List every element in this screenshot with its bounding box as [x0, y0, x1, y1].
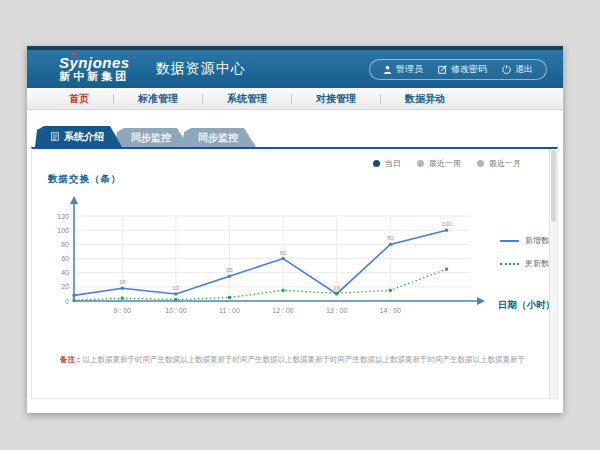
svg-text:35: 35 [226, 267, 233, 273]
x-axis-title: 日期（小时） [498, 299, 555, 312]
range-option-1[interactable]: 最近一周 [417, 158, 461, 169]
change-password-label: 修改密码 [451, 63, 487, 76]
footnote-label: 备注： [60, 355, 83, 364]
svg-text:10: 10 [173, 285, 180, 291]
svg-text:10: 10 [333, 285, 340, 291]
user-menu-label: 管理员 [396, 63, 423, 76]
svg-text:40: 40 [61, 269, 69, 276]
brand-logo: Synjones 新中新集团 [59, 55, 130, 82]
user-actions-group: 管理员 修改密码 退出 [369, 59, 547, 80]
svg-text:100: 100 [442, 221, 453, 227]
radio-icon [373, 160, 380, 167]
nav-item-3[interactable]: 对接管理 [316, 92, 356, 106]
svg-text:10 : 00: 10 : 00 [165, 307, 187, 314]
chart-panel: 当日最近一周最近一月 数据交换（条） 0204060801001209 : 00… [31, 147, 558, 399]
app-header: Synjones 新中新集团 数据资源中心 管理员 修改密码 退出 [27, 50, 563, 88]
nav-item-4[interactable]: 数据异动 [405, 92, 445, 106]
desktop-background: Synjones 新中新集团 数据资源中心 管理员 修改密码 退出 [0, 0, 600, 450]
main-nav: 首页标准管理系统管理对接管理数据异动 [27, 88, 563, 110]
radio-icon [477, 160, 484, 167]
nav-divider [291, 94, 292, 104]
tab-bar: 系统介绍同步监控同步监控 [35, 126, 256, 147]
legend-line-sample [500, 240, 519, 242]
nav-divider [202, 94, 203, 104]
panel-scrollbar[interactable] [549, 149, 557, 398]
content-area: 系统介绍同步监控同步监控 当日最近一周最近一月 数据交换（条） 02040608… [27, 110, 563, 413]
footnote-text: 以上数据更新于时间产生数据以上数据更新于时间产生数据以上数据更新于时间产生数据以… [83, 355, 526, 364]
app-window: Synjones 新中新集团 数据资源中心 管理员 修改密码 退出 [27, 46, 563, 413]
document-icon [51, 132, 59, 141]
svg-text:12 : 00: 12 : 00 [272, 307, 294, 314]
svg-text:20: 20 [61, 283, 69, 290]
legend-line-sample [500, 263, 519, 265]
y-axis-title: 数据交换（条） [48, 173, 122, 186]
tab-label: 同步监控 [198, 131, 238, 145]
nav-item-2[interactable]: 系统管理 [227, 92, 267, 106]
range-option-label: 最近一月 [489, 158, 521, 169]
brand-name-cn: 新中新集团 [59, 71, 130, 83]
range-option-0[interactable]: 当日 [373, 158, 401, 169]
time-range-options: 当日最近一周最近一月 [373, 158, 521, 169]
range-option-2[interactable]: 最近一月 [477, 158, 521, 169]
svg-text:9 : 00: 9 : 00 [113, 307, 131, 314]
tab-2[interactable]: 同步监控 [182, 128, 256, 147]
user-icon [383, 65, 392, 74]
nav-divider [380, 94, 381, 104]
svg-text:100: 100 [57, 227, 69, 234]
brand-text: Synjones [59, 54, 130, 71]
range-option-label: 最近一周 [429, 158, 461, 169]
tab-label: 同步监控 [131, 131, 171, 145]
svg-text:60: 60 [280, 250, 287, 256]
svg-text:80: 80 [61, 241, 69, 248]
line-chart: 0204060801001209 : 0010 : 0011 : 0012 : … [40, 195, 490, 319]
power-icon [502, 65, 511, 74]
user-menu-button[interactable]: 管理员 [383, 63, 423, 76]
logout-label: 退出 [515, 63, 533, 76]
svg-text:60: 60 [61, 255, 69, 262]
page-title: 数据资源中心 [156, 60, 246, 78]
tab-1[interactable]: 同步监控 [115, 128, 189, 147]
logout-button[interactable]: 退出 [502, 63, 533, 76]
svg-text:18: 18 [119, 279, 126, 285]
range-option-label: 当日 [385, 158, 401, 169]
svg-text:11 : 00: 11 : 00 [219, 307, 240, 314]
svg-text:13 : 00: 13 : 00 [326, 307, 348, 314]
svg-text:120: 120 [57, 213, 69, 220]
nav-item-0[interactable]: 首页 [69, 92, 89, 106]
brand-name: Synjones [59, 55, 130, 71]
scrollbar-thumb[interactable] [551, 150, 556, 222]
tab-0[interactable]: 系统介绍 [35, 126, 122, 147]
change-password-button[interactable]: 修改密码 [438, 63, 487, 76]
svg-text:80: 80 [387, 235, 394, 241]
radio-icon [417, 160, 424, 167]
svg-text:14 : 00: 14 : 00 [380, 307, 402, 314]
edit-icon [438, 65, 447, 74]
footnote: 备注：以上数据更新于时间产生数据以上数据更新于时间产生数据以上数据更新于时间产生… [60, 355, 525, 365]
svg-text:0: 0 [65, 298, 69, 305]
nav-item-1[interactable]: 标准管理 [138, 92, 178, 106]
tab-label: 系统介绍 [64, 130, 104, 144]
nav-divider [113, 94, 114, 104]
